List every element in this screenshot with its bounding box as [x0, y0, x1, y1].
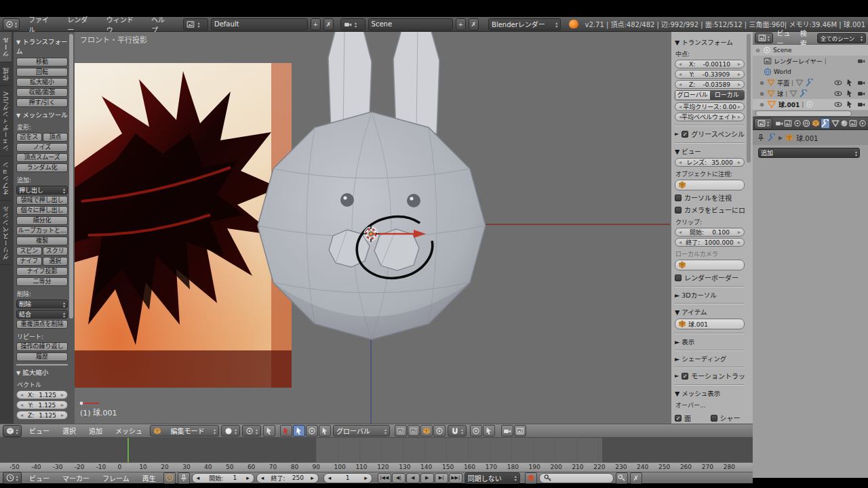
operator-panel-header[interactable]: ▼ 拡大縮小: [16, 367, 68, 377]
remove-doubles-button[interactable]: 重複頂点を削除: [16, 320, 68, 329]
npanel-scrollbar[interactable]: [747, 34, 751, 163]
rotate-button[interactable]: 回転: [16, 68, 68, 77]
jump-to-start-button[interactable]: |◀◀: [378, 473, 391, 483]
frame-start-field[interactable]: ◂開始:1▸: [192, 473, 254, 483]
mesh-display-panel-header[interactable]: ▼ メッシュ表示: [675, 388, 745, 398]
tab-data[interactable]: [831, 119, 839, 128]
merge-dropdown[interactable]: 結合▴▾: [16, 310, 68, 319]
viewport-3d[interactable]: フロント・平行投影 (1) 球.001: [75, 32, 671, 424]
next-keyframe-button[interactable]: ▶|: [435, 473, 448, 483]
median-x-field[interactable]: ◂X:-0.00110▸: [675, 60, 745, 68]
mode-selector[interactable]: 編集モード▴▾: [150, 425, 219, 436]
median-crease-field[interactable]: ◂平均クリース:0.00▸: [675, 102, 745, 111]
tab-create[interactable]: 作成: [0, 62, 12, 86]
outliner-row-plane[interactable]: ⊕平面|: [753, 77, 868, 88]
bisect-button[interactable]: 二等分: [16, 277, 68, 286]
randomize-button[interactable]: ランダム化: [16, 163, 68, 172]
shading-panel-header[interactable]: ► シェーディング: [675, 354, 745, 363]
v3d-menu-mesh[interactable]: メッシュ: [110, 424, 148, 437]
tab-scene[interactable]: [793, 119, 802, 128]
display-panel-header[interactable]: ► 表示: [675, 337, 745, 346]
screen-layout-icon[interactable]: ▴▾: [183, 18, 208, 30]
render-engine-selector[interactable]: Blenderレンダー▴▾: [488, 18, 561, 30]
faces-checkbox[interactable]: ✓面: [675, 413, 709, 423]
render-opengl-button[interactable]: [501, 425, 513, 436]
tab-render-layers[interactable]: [784, 119, 792, 128]
cursor3d-panel-header[interactable]: ► 3Dカーソル: [675, 290, 745, 300]
v3d-menu-view[interactable]: ビュー: [24, 424, 55, 437]
scene-icon[interactable]: ▴▾: [340, 18, 366, 30]
screen-layout-selector[interactable]: Default: [211, 18, 308, 30]
editor-type-timeline-button[interactable]: ▴▾: [3, 472, 22, 484]
outliner-row-scene[interactable]: ⊖Scene: [753, 45, 868, 56]
editor-type-3dview-button[interactable]: ▴▾: [3, 425, 22, 437]
clip-end-field[interactable]: ◂終了:1000.000▸: [675, 238, 745, 247]
knife-button[interactable]: ナイフ: [16, 257, 42, 266]
tab-options[interactable]: オプション: [0, 157, 12, 201]
median-y-field[interactable]: ◂Y:-0.33909▸: [675, 70, 745, 79]
editor-type-properties-button[interactable]: ▴▾: [754, 118, 772, 129]
outliner-scrollbar[interactable]: [755, 110, 852, 117]
repeat-last-button[interactable]: 操作の繰り返し: [16, 342, 68, 351]
screw-button[interactable]: スクリ: [43, 247, 68, 256]
toolshelf-scrollbar[interactable]: [69, 34, 73, 319]
edge-slide-button[interactable]: 辺をス: [16, 133, 42, 142]
render-border-checkbox[interactable]: レンダーボーダー: [675, 272, 745, 283]
loopcut-button[interactable]: ループカットと...: [16, 226, 68, 235]
render-opengl-anim-button[interactable]: [514, 425, 526, 436]
smooth-vertex-button[interactable]: 頂点スムーズ: [16, 153, 68, 162]
item-panel-header[interactable]: ▼ アイテム: [675, 307, 745, 317]
select-button[interactable]: 選択: [43, 257, 68, 266]
lock-range-toggle[interactable]: [178, 472, 190, 484]
scale-x-field[interactable]: ◂X:1.125▸: [16, 390, 68, 399]
v3d-menu-select[interactable]: 選択: [57, 424, 81, 437]
preview-range-toggle[interactable]: [163, 472, 176, 484]
lock-toggle[interactable]: [420, 425, 433, 436]
v3d-menu-add[interactable]: 追加: [83, 424, 108, 437]
outliner-row-world[interactable]: World: [753, 66, 868, 77]
delete-dropdown[interactable]: 削除▴▾: [16, 300, 68, 308]
scale-y-field[interactable]: ◂Y:1.125▸: [16, 401, 68, 409]
pin-icon[interactable]: [757, 134, 765, 142]
pivot-align-toggle[interactable]: [263, 425, 275, 436]
spin-button[interactable]: スピン: [16, 247, 42, 256]
translate-button[interactable]: 移動: [16, 58, 68, 66]
subdivide-button[interactable]: 細分化: [16, 216, 68, 225]
tab-physics[interactable]: [859, 119, 867, 128]
tl-menu-marker[interactable]: マーカー: [57, 472, 95, 485]
orientation-selector[interactable]: グローバル▴▾: [333, 425, 390, 436]
item-name-field[interactable]: 球.001: [675, 319, 745, 329]
tab-object[interactable]: [812, 119, 820, 128]
extrude-dropdown[interactable]: 押し出し▴▾: [16, 186, 68, 195]
snap-element-button[interactable]: [470, 425, 482, 436]
manipulator-translate-toggle[interactable]: [293, 425, 305, 436]
scene-selector[interactable]: Scene: [368, 18, 453, 30]
tl-menu-view[interactable]: ビュー: [24, 472, 55, 485]
outliner-scope-selector[interactable]: 全てのシーン▴▾: [817, 33, 866, 43]
add-layout-button[interactable]: +: [311, 18, 321, 30]
outliner-row-sphere[interactable]: ⊕球|: [753, 88, 868, 99]
grease-pencil-panel[interactable]: ►✓グリースペンシル: [675, 129, 745, 139]
tl-menu-frame[interactable]: フレーム: [97, 472, 135, 485]
shading-selector[interactable]: ▴▾: [221, 425, 240, 436]
auto-keyframe-button[interactable]: [525, 472, 537, 484]
tab-material[interactable]: [840, 119, 848, 128]
vertex-slide-button[interactable]: 頂点: [43, 133, 68, 142]
jump-to-end-button[interactable]: ▶▶|: [449, 473, 462, 483]
bevel-weight-field[interactable]: ◂平均ベベルウェイト 0.▸: [675, 113, 745, 121]
timeline-playhead[interactable]: [127, 438, 129, 462]
sharp-checkbox[interactable]: シャー: [711, 413, 745, 423]
clip-start-field[interactable]: ◂開始:0.100▸: [675, 228, 745, 237]
extrude-region-button[interactable]: 領域で押し出し: [16, 196, 68, 205]
knife-project-button[interactable]: ナイフ投影: [16, 267, 68, 276]
proportional-edit-toggle[interactable]: [433, 425, 446, 436]
tl-menu-playback[interactable]: 再生: [137, 472, 161, 485]
tab-modifiers[interactable]: [821, 118, 830, 129]
panel-header-transform[interactable]: ▼ トランスフォーム: [16, 37, 68, 56]
lens-field[interactable]: ◂レンズ:35.000▸: [675, 158, 745, 167]
manipulator-scale-toggle[interactable]: [319, 425, 331, 436]
npanel-transform-header[interactable]: ▼ トランスフォーム: [675, 37, 745, 47]
local-toggle[interactable]: ローカル: [710, 91, 745, 100]
extrude-individual-button[interactable]: 個々に押し出し: [16, 206, 68, 215]
manipulator-toggle[interactable]: [280, 425, 292, 436]
